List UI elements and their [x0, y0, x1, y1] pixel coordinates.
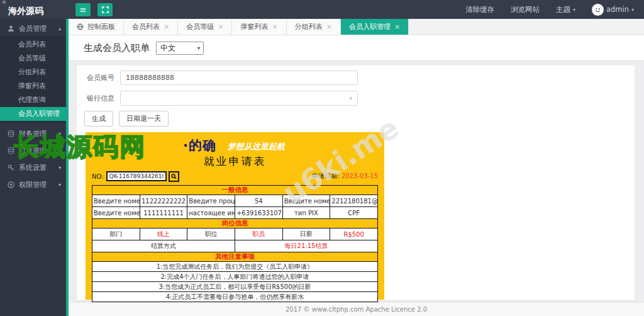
sidebar-item-orders[interactable]: 订单管理 ▾ [0, 143, 66, 158]
brand-slogan: 梦想从这里起航 [228, 141, 285, 152]
apply-date-label: 申请日期: [312, 172, 339, 179]
table-row: 结算方式 每日21:15结算 [92, 240, 378, 252]
no-input[interactable] [106, 171, 167, 181]
hamburger-icon: ≡ [80, 5, 87, 14]
sidebar-item-label: 财务管理 [19, 129, 47, 138]
footer: 2017 © www.cltphp.com Apache Licence 2.0 [69, 302, 644, 316]
sidebar-item-group-list[interactable]: 分组列表 [0, 65, 66, 79]
tab-group-list[interactable]: 分组列表 × [287, 19, 341, 35]
cell: 职员 [235, 229, 282, 240]
sidebar-item-member-level[interactable]: 会员等级 [0, 52, 66, 65]
sidebar-item-label: 系统设置 [19, 163, 47, 172]
registered-mark: ® [2, 0, 6, 5]
account-label: 会员账号 [82, 73, 114, 82]
tab-label: 会员入职管理 [349, 22, 391, 31]
account-input[interactable] [120, 71, 358, 85]
sidebar-item-permissions[interactable]: 权限管理 ▾ [0, 177, 66, 192]
fullscreen-button[interactable] [97, 3, 113, 16]
theme-label: 主题 [556, 5, 570, 14]
note-item: 4:正式员工不需要每日参与抢单，但仍然享有薪水 [92, 292, 378, 302]
avatar [592, 4, 604, 16]
plus-circle-icon [8, 181, 14, 188]
cell: CPF [330, 207, 378, 219]
cell: 1111111111 [140, 207, 187, 219]
sidebar-item-member-list[interactable]: 会员列表 [0, 38, 66, 52]
tab-label: 弹窗列表 [240, 22, 268, 31]
language-select[interactable]: 中文 ▾ [156, 42, 204, 55]
tab-label: 分组列表 [295, 22, 323, 31]
sidebar-item-member-management[interactable]: 会员管理 ▴ [0, 21, 66, 36]
section-position: 岗位信息 [92, 219, 378, 229]
table-row: Введите номер карточ 11222222222 Введите… [92, 195, 378, 207]
tab-member-list[interactable]: 会员列表 × [124, 19, 178, 35]
footer-text: 2017 © www.cltphp.com Apache Licence 2.0 [286, 306, 427, 313]
sidebar-item-system-settings[interactable]: 系统设置 ▾ [0, 160, 66, 175]
chevron-up-icon: ▴ [58, 26, 61, 31]
bank-row: 银行信息 ▾ [82, 91, 358, 106]
clear-cache-link[interactable]: 清除缓存 [465, 5, 494, 14]
form-no-row: NO: 申请日期: 2023-03-15 [92, 170, 378, 183]
close-icon[interactable]: × [326, 23, 332, 30]
chevron-down-icon: ▾ [58, 148, 61, 154]
theme-dropdown[interactable]: 主题 ▾ [556, 5, 575, 14]
app-logo-text: 海外源码 [8, 6, 43, 16]
apply-date: 申请日期: 2023-03-15 [312, 172, 378, 181]
bank-select[interactable]: ▾ [120, 91, 358, 106]
sidebar-item-label: 会员管理 [19, 24, 47, 33]
chevron-down-icon: ▾ [58, 131, 61, 137]
cell: Введите процессор [187, 195, 235, 207]
date-back-button[interactable]: 日期退一天 [119, 111, 169, 127]
chevron-down-icon: ▾ [58, 165, 61, 171]
cell: Введите номер электр [282, 195, 330, 207]
tab-dashboard[interactable]: 控制面板 [69, 19, 124, 35]
app-logo[interactable]: ® 海外源码 [0, 0, 69, 19]
user-dropdown[interactable]: admin ▾ [592, 4, 634, 16]
chevron-down-icon: ▾ [349, 95, 352, 101]
tab-popup-list[interactable]: 弹窗列表 × [232, 19, 286, 35]
button-row: 生成 日期退一天 [84, 111, 169, 127]
settlement-value: 每日21:15结算 [235, 240, 377, 252]
tab-label: 会员列表 [132, 22, 160, 31]
sidebar-item-finance[interactable]: 财务管理 ▾ [0, 126, 66, 141]
tab-label: 会员等级 [186, 22, 214, 31]
search-button[interactable] [169, 171, 179, 182]
coins-icon [8, 130, 14, 137]
browse-site-link[interactable]: 浏览网站 [511, 5, 540, 14]
cell: тип PIX [282, 207, 330, 219]
close-icon[interactable]: × [164, 23, 169, 30]
close-icon[interactable]: × [218, 23, 223, 30]
cell: настоящее имя [187, 207, 235, 219]
tab-member-level[interactable]: 会员等级 × [178, 19, 232, 35]
close-icon[interactable]: × [394, 23, 400, 30]
cell: +639163310733 [235, 207, 282, 219]
cell: 部门 [92, 229, 140, 240]
bank-label: 银行信息 [82, 94, 114, 103]
section-general: 一般信息 [92, 186, 378, 195]
note-item: 2:完成4个入门任务后，人事部门将通过您的入职申请 [92, 272, 378, 282]
top-bar-right: 清除缓存 浏览网站 主题 ▾ admin ▾ [465, 4, 644, 16]
brand-logo-text: ·的确 [183, 137, 216, 154]
close-icon[interactable]: × [272, 23, 277, 30]
top-bar: ® 海外源码 ≡ 清除缓存 浏览网站 主题 ▾ admin ▾ [0, 0, 644, 19]
tab-member-onboarding[interactable]: 会员入职管理 × [341, 19, 409, 35]
generate-button[interactable]: 生成 [84, 111, 113, 127]
chevron-down-icon: ▾ [573, 7, 575, 13]
cell: Введите номер вашего [92, 207, 140, 219]
account-row: 会员账号 [82, 71, 358, 85]
main-area: 控制面板 会员列表 × 会员等级 × 弹窗列表 × 分组列表 × 会员入职管理 … [69, 19, 644, 316]
table-row: Введите номер вашего 1111111111 настояще… [92, 207, 378, 219]
sidebar-item-popup-list[interactable]: 弹窗列表 [0, 79, 66, 93]
sidebar-item-member-onboarding[interactable]: 会员入职管理 [0, 107, 66, 121]
cell: Введите номер карточ [92, 195, 140, 207]
sidebar-toggle-button[interactable]: ≡ [75, 3, 91, 16]
table-row: 部门 线上 职位 职员 日薪 R$500 [92, 229, 378, 240]
search-icon [171, 174, 177, 179]
sidebar-item-agent-query[interactable]: 代理查询 [0, 93, 66, 107]
chevron-down-icon: ▾ [197, 45, 200, 51]
cell: 职位 [187, 229, 235, 240]
employment-application-form: ·的确 梦想从这里起航 就业申请表 NO: 申请日期: 2023-03-15 [86, 132, 384, 300]
page-header: 生成会员入职单 中文 ▾ [69, 35, 644, 60]
form-header: ·的确 梦想从这里起航 就业申请表 [92, 136, 378, 169]
language-value: 中文 [160, 43, 175, 54]
user-icon [8, 25, 14, 32]
